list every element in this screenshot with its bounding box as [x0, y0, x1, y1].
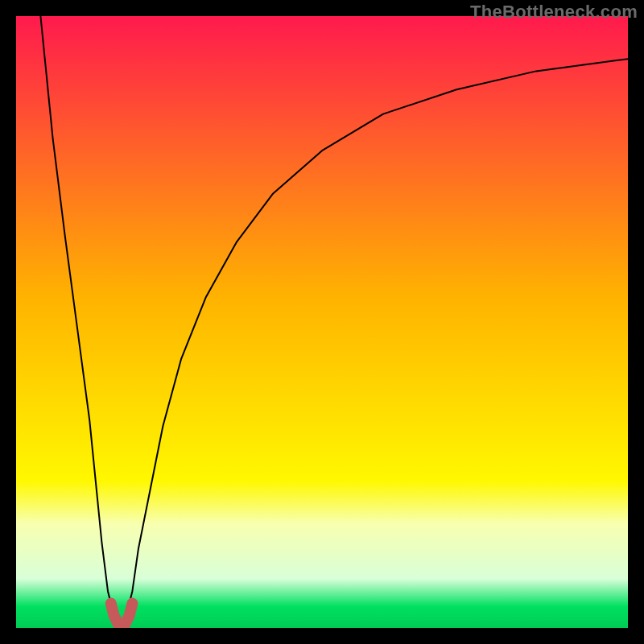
chart-frame: TheBottleneck.com	[0, 0, 644, 644]
watermark-text: TheBottleneck.com	[470, 2, 638, 23]
gradient-background	[16, 16, 628, 628]
chart-svg	[16, 16, 628, 628]
plot-area	[16, 16, 628, 628]
